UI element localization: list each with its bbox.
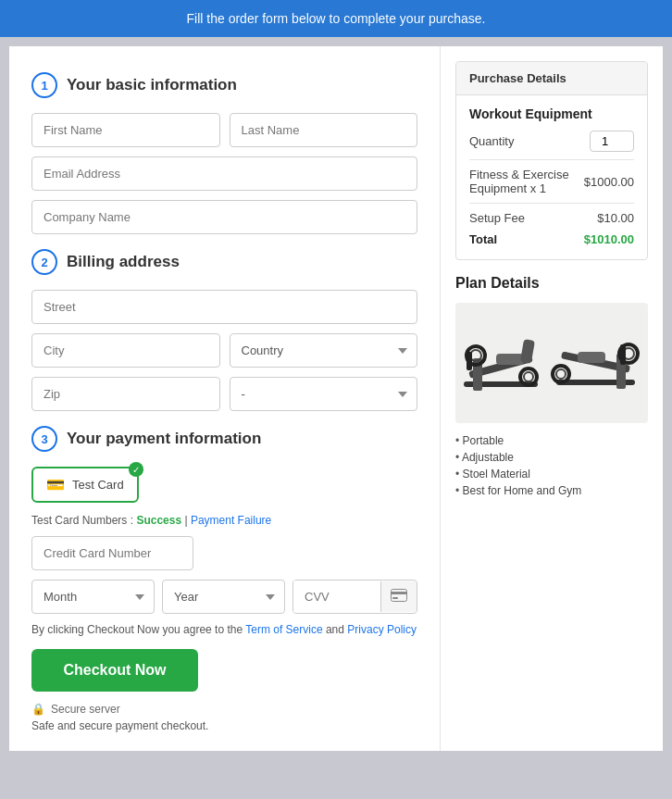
svg-rect-20 (467, 352, 472, 370)
privacy-link[interactable]: Privacy Policy (347, 623, 417, 636)
quantity-label: Quantity (469, 134, 514, 148)
payment-title: Your payment information (67, 430, 261, 448)
month-select[interactable]: Month (31, 580, 155, 614)
lock-icon: 🔒 (31, 703, 45, 716)
plan-feature-item: Best for Home and Gym (455, 484, 648, 497)
street-row (31, 290, 417, 324)
company-input[interactable] (31, 200, 417, 234)
card-check-icon: ✓ (129, 462, 143, 477)
cc-number-input[interactable] (31, 536, 193, 570)
billing-num: 2 (31, 249, 57, 275)
banner-text: Fill the order form below to complete yo… (187, 11, 486, 26)
checkout-button[interactable]: Checkout Now (31, 649, 198, 692)
city-input[interactable] (31, 333, 220, 368)
purchase-box-title: Purchase Details (456, 62, 647, 95)
last-name-input[interactable] (230, 113, 418, 147)
setup-fee-row: Setup Fee $10.00 (469, 211, 634, 225)
city-country-row: Country (31, 333, 417, 368)
state-select[interactable]: - (230, 377, 418, 411)
svg-point-16 (556, 369, 566, 379)
failure-link[interactable]: Payment Failure (191, 514, 271, 527)
quantity-input[interactable] (590, 131, 634, 152)
svg-rect-19 (578, 352, 605, 363)
tos-link[interactable]: Term of Service (245, 623, 322, 636)
line-item-label: Fitness & Exercise Equipment x 1 (469, 168, 584, 195)
plan-image (455, 303, 648, 423)
secure-note: 🔒 Secure server (31, 703, 417, 716)
payment-num: 3 (31, 426, 57, 452)
plan-feature-item: Adjustable (455, 451, 648, 464)
plan-feature-item: Portable (455, 434, 648, 447)
payment-header: 3 Your payment information (31, 426, 417, 452)
country-select[interactable]: Country (230, 333, 418, 368)
plan-title: Plan Details (455, 275, 648, 292)
line-item-price: $1000.00 (584, 175, 634, 189)
terms-text: By clicking Checkout Now you agree to th… (31, 623, 417, 636)
first-name-input[interactable] (31, 113, 220, 147)
email-row (31, 156, 417, 191)
product-name: Workout Equipment (469, 106, 634, 121)
svg-rect-10 (496, 354, 524, 365)
company-row (31, 200, 417, 234)
test-card-note: Test Card Numbers : Success | Payment Fa… (31, 514, 417, 527)
billing-title: Billing address (67, 253, 180, 271)
svg-point-9 (524, 372, 533, 381)
cvv-card-icon (380, 581, 417, 612)
svg-rect-1 (391, 592, 407, 594)
cvv-input[interactable] (293, 581, 380, 613)
zip-input[interactable] (31, 377, 220, 411)
basic-info-title: Your basic information (67, 76, 237, 94)
plan-feature-item: Stoel Material (455, 468, 648, 481)
card-label: Test Card (72, 478, 124, 492)
basic-info-header: 1 Your basic information (31, 72, 417, 98)
svg-rect-2 (392, 597, 398, 599)
payment-details-row: Month Year (31, 580, 417, 614)
total-row: Total $1010.00 (469, 232, 634, 246)
basic-info-num: 1 (31, 72, 57, 98)
card-icon: 💳 (46, 476, 65, 493)
plan-features-list: PortableAdjustableStoel MaterialBest for… (455, 434, 648, 497)
street-input[interactable] (31, 290, 417, 324)
svg-rect-0 (392, 590, 407, 602)
card-numbers-label: Test Card Numbers : (31, 514, 133, 527)
email-input[interactable] (31, 156, 417, 191)
quantity-row: Quantity (469, 131, 634, 152)
year-select[interactable]: Year (162, 580, 285, 614)
name-row (31, 113, 417, 147)
top-banner: Fill the order form below to complete yo… (0, 0, 672, 37)
success-link[interactable]: Success (136, 514, 181, 527)
purchase-details-box: Purchase Details Workout Equipment Quant… (455, 61, 648, 260)
svg-rect-11 (520, 339, 535, 364)
billing-header: 2 Billing address (31, 249, 417, 275)
form-section: 1 Your basic information 2 Billin (9, 46, 441, 751)
plan-details: Plan Details (455, 275, 648, 497)
svg-rect-21 (620, 344, 626, 365)
total-price: $1010.00 (584, 232, 634, 246)
test-card-option[interactable]: 💳 Test Card ✓ (31, 467, 139, 503)
right-panel: Purchase Details Workout Equipment Quant… (441, 46, 663, 751)
cc-row (31, 536, 417, 570)
secure-label: Secure server (51, 703, 120, 716)
line-item-row: Fitness & Exercise Equipment x 1 $1000.0… (469, 168, 634, 195)
zip-state-row: - (31, 377, 417, 411)
setup-price: $10.00 (597, 211, 634, 225)
terms-prefix: By clicking Checkout Now you agree to th… (31, 623, 245, 636)
total-label: Total (469, 232, 497, 246)
safe-note: Safe and secure payment checkout. (31, 719, 417, 732)
setup-label: Setup Fee (469, 211, 525, 225)
